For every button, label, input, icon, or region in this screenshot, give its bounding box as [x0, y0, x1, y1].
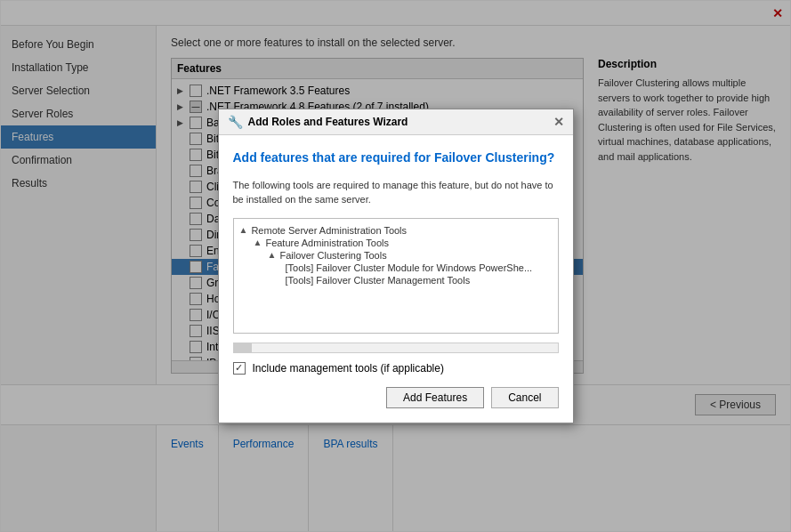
- tree-label: Feature Administration Tools: [265, 238, 389, 248]
- modal-title-text: Add Roles and Features Wizard: [248, 116, 553, 128]
- modal-body: Add features that are required for Failo…: [219, 135, 573, 423]
- include-management-tools-checkbox[interactable]: [233, 362, 246, 375]
- modal-heading: Add features that are required for Failo…: [233, 149, 559, 167]
- modal-title-bar: 🔧 Add Roles and Features Wizard ✕: [219, 109, 573, 135]
- tree-expand-icon[interactable]: ▲: [268, 250, 277, 260]
- tree-label: Failover Clustering Tools: [279, 250, 386, 261]
- include-management-tools-label: Include management tools (if applicable): [253, 362, 444, 375]
- tree-label: Remote Server Administration Tools: [251, 225, 407, 236]
- modal-scrollbar[interactable]: [233, 343, 559, 353]
- modal-buttons: Add Features Cancel: [233, 387, 559, 408]
- modal-overlay: 🔧 Add Roles and Features Wizard ✕ Add fe…: [1, 1, 790, 531]
- tree-item: [Tools] Failover Cluster Module for Wind…: [239, 262, 553, 274]
- modal-dialog: 🔧 Add Roles and Features Wizard ✕ Add fe…: [218, 109, 574, 423]
- modal-tree: ▲ Remote Server Administration Tools▲ Fe…: [233, 218, 559, 334]
- tree-expand-icon[interactable]: ▲: [239, 225, 248, 235]
- tree-item: ▲ Feature Administration Tools: [239, 237, 553, 249]
- tree-item: [Tools] Failover Cluster Management Tool…: [239, 274, 553, 286]
- tree-label: [Tools] Failover Cluster Management Tool…: [286, 275, 471, 286]
- cancel-button[interactable]: Cancel: [491, 387, 558, 408]
- main-window: ✕ Before You BeginInstallation TypeServe…: [0, 0, 791, 532]
- tree-item: ▲ Failover Clustering Tools: [239, 249, 553, 262]
- modal-description: The following tools are required to mana…: [233, 178, 559, 207]
- tree-expand-icon[interactable]: ▲: [254, 238, 262, 247]
- modal-scrollbar-thumb: [234, 343, 252, 352]
- add-features-button[interactable]: Add Features: [386, 387, 484, 408]
- tree-item: ▲ Remote Server Administration Tools: [239, 224, 553, 237]
- modal-title-icon: 🔧: [228, 115, 243, 129]
- tree-label: [Tools] Failover Cluster Module for Wind…: [286, 262, 533, 273]
- modal-close-button[interactable]: ✕: [553, 115, 564, 129]
- modal-checkbox-row: Include management tools (if applicable): [233, 362, 559, 375]
